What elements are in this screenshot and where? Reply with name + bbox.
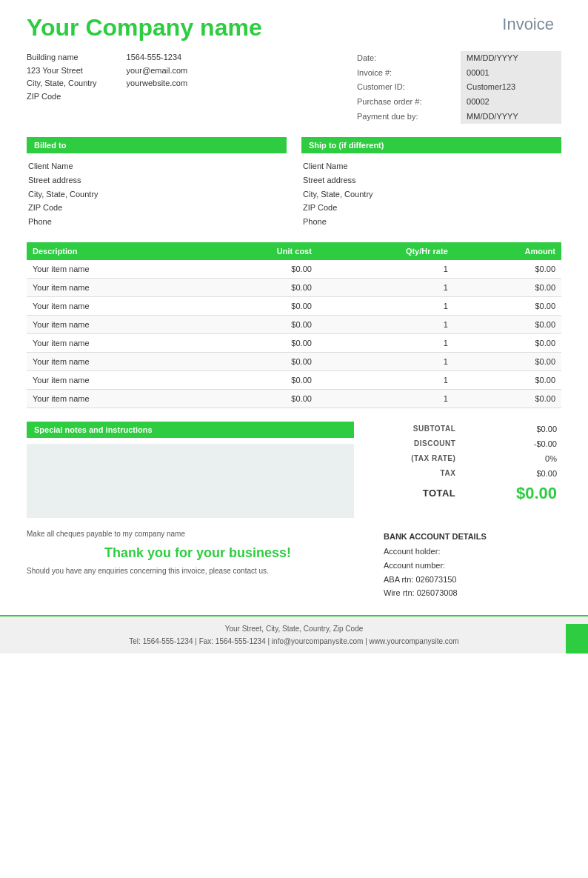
special-notes-block: Special notes and instructions	[27, 422, 354, 518]
item-amount: $0.00	[454, 333, 561, 352]
due-value: MM/DD/YYYY	[461, 110, 561, 124]
thank-you: Thank you for your business!	[27, 545, 369, 561]
item-unit-cost: $0.00	[200, 389, 318, 408]
invoice-label: Invoice #:	[354, 66, 461, 81]
item-description: Your item name	[27, 296, 200, 315]
billing-section: Billed to Client Name Street address Cit…	[27, 137, 561, 228]
item-unit-cost: $0.00	[200, 296, 318, 315]
subtotal-label: SUBTOTAL	[369, 422, 460, 436]
ship-citystate: City, State, Country	[303, 187, 561, 202]
item-amount: $0.00	[454, 352, 561, 370]
col-description: Description	[27, 242, 200, 260]
footer-columns: Make all cheques payable to my company n…	[27, 530, 561, 608]
company-street: 123 Your Street	[27, 64, 97, 78]
aba-rtn: ABA rtn: 026073150	[384, 573, 561, 587]
bank-details: BANK ACCOUNT DETAILS Account holder: Acc…	[384, 530, 561, 600]
table-row: Your item name $0.00 1 $0.00	[27, 352, 561, 370]
po-value: 00002	[461, 95, 561, 110]
bill-phone: Phone	[28, 215, 287, 229]
company-website: yourwebsite.com	[127, 77, 188, 90]
col-amount: Amount	[454, 242, 561, 260]
ship-name: Client Name	[303, 159, 561, 173]
header: Your Company name Invoice	[27, 15, 561, 41]
table-row: Your item name $0.00 1 $0.00	[27, 260, 561, 279]
company-name: Your Company name	[27, 15, 262, 41]
item-qty: 1	[318, 333, 454, 352]
item-qty: 1	[318, 260, 454, 279]
table-row: Your item name $0.00 1 $0.00	[27, 296, 561, 315]
tax-value: $0.00	[460, 466, 561, 481]
item-unit-cost: $0.00	[200, 278, 318, 296]
ship-to-header: Ship to (if different)	[301, 137, 561, 153]
table-row: Your item name $0.00 1 $0.00	[27, 333, 561, 352]
top-info: Building name 123 Your Street City, Stat…	[27, 51, 561, 124]
ship-phone: Phone	[303, 215, 561, 229]
invoice-value: 00001	[461, 66, 561, 81]
billed-to-block: Billed to Client Name Street address Cit…	[27, 137, 287, 228]
due-label: Payment due by:	[354, 110, 461, 124]
invoice-page: Your Company name Invoice Building name …	[0, 0, 588, 878]
bottom-section: Special notes and instructions SUBTOTAL …	[27, 422, 561, 518]
building-name: Building name	[27, 51, 97, 64]
table-row: Your item name $0.00 1 $0.00	[27, 278, 561, 296]
tax-rate-label: (TAX RATE)	[369, 451, 460, 466]
item-unit-cost: $0.00	[200, 260, 318, 279]
company-phone: 1564-555-1234	[127, 51, 188, 64]
company-email: your@email.com	[127, 64, 188, 78]
totals-block: SUBTOTAL $0.00 DISCOUNT -$0.00 (TAX RATE…	[369, 422, 561, 518]
table-row: Your item name $0.00 1 $0.00	[27, 389, 561, 408]
item-unit-cost: $0.00	[200, 315, 318, 333]
bill-citystate: City, State, Country	[28, 187, 287, 202]
notes-area[interactable]	[27, 444, 354, 518]
company-info-left: Building name 123 Your Street City, Stat…	[27, 51, 187, 124]
col-unit-cost: Unit cost	[200, 242, 318, 260]
customer-label: Customer ID:	[354, 80, 461, 95]
special-notes-header: Special notes and instructions	[27, 422, 354, 438]
ship-zip: ZIP Code	[303, 201, 561, 215]
item-qty: 1	[318, 278, 454, 296]
footer-left: Make all cheques payable to my company n…	[27, 530, 369, 600]
account-holder: Account holder:	[384, 545, 561, 559]
invoice-meta: Date: MM/DD/YYYY Invoice #: 00001 Custom…	[354, 51, 561, 124]
table-row: Your item name $0.00 1 $0.00	[27, 315, 561, 333]
item-amount: $0.00	[454, 260, 561, 279]
bill-name: Client Name	[28, 159, 287, 173]
item-description: Your item name	[27, 352, 200, 370]
tax-label: TAX	[369, 466, 460, 481]
item-amount: $0.00	[454, 315, 561, 333]
discount-label: DISCOUNT	[369, 436, 460, 451]
page-footer: Your Street, City, State, Country, Zip C…	[0, 615, 588, 653]
customer-value: Customer123	[461, 80, 561, 95]
item-amount: $0.00	[454, 278, 561, 296]
cheque-note: Make all cheques payable to my company n…	[27, 530, 369, 538]
company-address: Building name 123 Your Street City, Stat…	[27, 51, 97, 124]
table-row: Your item name $0.00 1 $0.00	[27, 370, 561, 389]
company-citystate: City, State, Country	[27, 77, 97, 90]
footer-contact: Tel: 1564-555-1234 | Fax: 1564-555-1234 …	[27, 635, 561, 648]
item-unit-cost: $0.00	[200, 370, 318, 389]
invoice-title: Invoice	[502, 15, 561, 34]
company-zip: ZIP Code	[27, 90, 97, 104]
ship-street: Street address	[303, 173, 561, 187]
total-value: $0.00	[460, 481, 561, 506]
item-description: Your item name	[27, 260, 200, 279]
account-number: Account number:	[384, 559, 561, 573]
enquiry-note: Should you have any enquiries concerning…	[27, 567, 369, 575]
bill-street: Street address	[28, 173, 287, 187]
item-description: Your item name	[27, 370, 200, 389]
item-description: Your item name	[27, 333, 200, 352]
items-table: Description Unit cost Qty/Hr rate Amount…	[27, 242, 561, 408]
item-amount: $0.00	[454, 389, 561, 408]
item-qty: 1	[318, 370, 454, 389]
item-description: Your item name	[27, 389, 200, 408]
item-description: Your item name	[27, 315, 200, 333]
company-contact: 1564-555-1234 your@email.com yourwebsite…	[127, 51, 188, 124]
bill-zip: ZIP Code	[28, 201, 287, 215]
bank-title: BANK ACCOUNT DETAILS	[384, 530, 561, 544]
date-value: MM/DD/YYYY	[461, 51, 561, 66]
item-amount: $0.00	[454, 370, 561, 389]
po-label: Purchase order #:	[354, 95, 461, 110]
item-unit-cost: $0.00	[200, 333, 318, 352]
item-unit-cost: $0.00	[200, 352, 318, 370]
green-corner-decoration	[566, 624, 588, 653]
